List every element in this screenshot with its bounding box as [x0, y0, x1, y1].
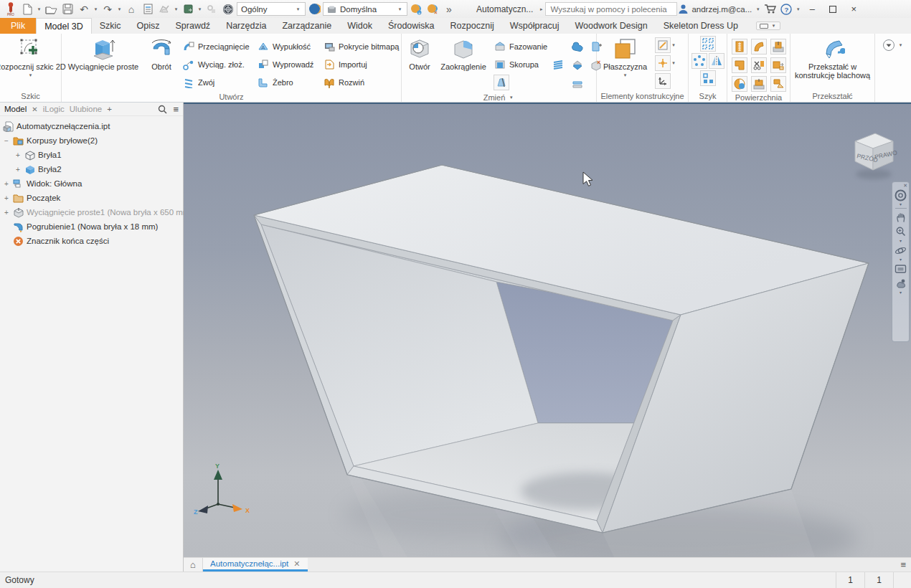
browser-tab-ilogic[interactable]: iLogic [43, 105, 65, 113]
tab-sprawdz[interactable]: Sprawdź [167, 18, 218, 34]
pan-icon[interactable] [894, 210, 908, 224]
expand-icon[interactable]: + [3, 194, 10, 202]
point-dropdown-icon[interactable]: ▾ [671, 60, 677, 66]
redo-dropdown[interactable]: ▾ [116, 6, 123, 12]
wheel-menu-chevron-icon[interactable]: ▾ [900, 202, 902, 207]
axis-dropdown-icon[interactable]: ▾ [671, 42, 677, 48]
decal-button[interactable]: Pokrycie bitmapą [320, 37, 405, 55]
ucs-button[interactable] [655, 73, 671, 89]
tab-woodwork-design[interactable]: Woodwork Design [567, 18, 655, 34]
tab-wspolpracuj[interactable]: Współpracuj [502, 18, 567, 34]
zoom-icon[interactable] [894, 224, 908, 239]
point-button[interactable] [655, 55, 671, 71]
unwrap-button[interactable]: Rozwiń [320, 73, 405, 91]
appearance-sphere-icon[interactable] [306, 1, 322, 16]
ribbon-collapse-button[interactable]: ▾ [756, 22, 780, 30]
tab-srodowiska[interactable]: Środowiska [380, 18, 443, 34]
combine-button[interactable] [570, 39, 585, 54]
delete-face-button[interactable] [570, 57, 585, 73]
iproperties-icon[interactable] [140, 1, 156, 16]
loft-button[interactable]: Wyciąg. złoż. [179, 55, 254, 73]
help-search-input[interactable] [545, 2, 677, 16]
overflow-chevrons-icon[interactable]: » [441, 1, 457, 16]
tab-plik[interactable]: Plik [0, 18, 36, 34]
minimize-button[interactable]: – [802, 1, 822, 16]
undo-icon[interactable]: ↶ [76, 1, 92, 16]
plane-dropdown-icon[interactable]: ▾ [622, 71, 628, 80]
expand-icon[interactable]: + [14, 151, 22, 159]
replace-face-button[interactable] [770, 39, 786, 54]
tree-item-body1[interactable]: + Bryła1 [0, 148, 183, 162]
save-icon[interactable] [60, 1, 75, 16]
collapse-icon[interactable]: − [3, 137, 10, 145]
tree-item-document[interactable]: Automatycznełączenia.ipt [0, 119, 183, 133]
full-navigation-wheel-icon[interactable] [894, 188, 908, 202]
sculpt-surface-button[interactable] [751, 39, 767, 54]
mirror-button[interactable] [709, 53, 724, 69]
sweep-button[interactable]: Przeciągnięcie [179, 37, 254, 55]
expand-icon[interactable]: + [3, 180, 10, 188]
material-combobox[interactable]: Domyślna ▾ [323, 2, 407, 16]
tab-model-3d[interactable]: Model 3D [36, 18, 92, 34]
tree-item-body2[interactable]: + Bryła2 [0, 162, 183, 176]
document-tab-active[interactable]: Automatycznełąc...ipt ✕ [203, 558, 308, 572]
tree-item-extrusion1[interactable]: + Wyciągnięcie proste1 (Nowa bryła x 650… [0, 205, 183, 219]
thicken-surface-button[interactable] [751, 76, 767, 92]
thread-button[interactable] [551, 57, 567, 73]
chamfer-button[interactable]: Fazowanie [491, 37, 549, 55]
ribbon-options-button[interactable]: ▾ [882, 38, 904, 52]
adjust-appearance-icon[interactable]: + [408, 1, 424, 16]
draft-button[interactable] [491, 73, 549, 91]
tab-opisz[interactable]: Opisz [129, 18, 168, 34]
help-dropdown-icon[interactable]: ▾ [795, 6, 801, 12]
browser-tab-ulubione[interactable]: Ulubione [70, 105, 102, 113]
close-button[interactable]: × [844, 1, 864, 16]
home-icon[interactable]: ⌂ [123, 1, 139, 16]
orbit-icon[interactable] [894, 243, 908, 257]
help-icon[interactable]: ? [778, 1, 794, 16]
tab-narzedzia[interactable]: Narzędzia [218, 18, 274, 34]
wheel-icon[interactable] [220, 1, 236, 16]
cart-icon[interactable] [762, 1, 778, 16]
tab-rozpocznij[interactable]: Rozpocznij [443, 18, 502, 34]
browser-search-icon[interactable] [158, 105, 167, 114]
sketch-pattern-button[interactable] [700, 70, 716, 86]
home-tab-button[interactable]: ⌂ [184, 558, 203, 572]
browser-close-icon[interactable]: ✕ [32, 105, 37, 113]
browser-menu-icon[interactable]: ≡ [173, 104, 179, 115]
navbar-close-icon[interactable]: ✕ [903, 183, 909, 188]
derive-button[interactable]: Wyprowadź [254, 55, 320, 73]
trim-surface-button[interactable] [751, 57, 767, 73]
plane-button[interactable]: Płaszczyzna ▾ [600, 36, 651, 80]
doc-name-expander-icon[interactable]: ▸ [538, 6, 544, 12]
new-file-icon[interactable] [19, 1, 35, 16]
undo-dropdown[interactable]: ▾ [93, 6, 99, 12]
panel-label-zmien[interactable]: Zmień▾ [402, 93, 596, 102]
extend-surface-button[interactable] [770, 57, 786, 73]
tree-item-origin[interactable]: + Początek [0, 191, 183, 205]
emboss-button[interactable]: A Wypukłość [254, 37, 320, 55]
viewport-3d[interactable]: PRZÓD PRAWO ✕ ▾ ▾ ▾ ▾ Y X [184, 103, 911, 557]
expand-icon[interactable]: + [14, 166, 22, 174]
maximize-button[interactable] [823, 1, 843, 16]
boundary-patch-button[interactable] [732, 57, 747, 73]
rib-button[interactable]: Żebro [254, 73, 320, 91]
tab-skeleton-dress-up[interactable]: Skeleton Dress Up [656, 18, 746, 34]
tab-szkic[interactable]: Szkic [92, 18, 129, 34]
look-at-icon[interactable] [894, 262, 908, 276]
view-cube[interactable]: PRZÓD PRAWO [846, 124, 901, 183]
revolve-button[interactable]: Obrót [143, 36, 179, 71]
axis-button[interactable] [655, 37, 671, 53]
part-model-canvas[interactable] [184, 104, 911, 557]
tab-zarzadzanie[interactable]: Zarządzanie [274, 18, 339, 34]
tree-item-thicken1[interactable]: Pogrubienie1 (Nowa bryła x 18 mm) [0, 219, 183, 234]
sketch-dropdown-icon[interactable]: ▾ [27, 71, 34, 80]
convert-to-sheet-metal-button[interactable]: Przekształć w konstrukcję blachową [792, 36, 874, 80]
tree-item-solid-bodies[interactable]: − Korpusy bryłowe(2) [0, 133, 183, 148]
preset-combobox[interactable]: Ogólny ▾ [237, 2, 306, 16]
navbar-more-chevron-icon[interactable]: ▾ [900, 290, 902, 295]
tab-widok[interactable]: Widok [339, 18, 380, 34]
tree-item-end-of-part[interactable]: Znacznik końca części [0, 234, 183, 248]
redo-icon[interactable]: ↷ [100, 1, 115, 16]
offset-surface-button[interactable] [732, 76, 747, 92]
